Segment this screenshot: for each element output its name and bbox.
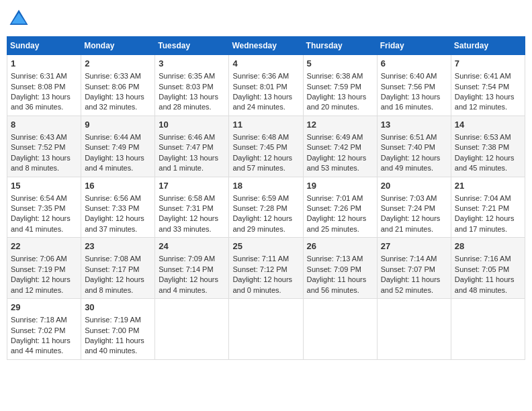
- day-info-line: Sunrise: 7:16 AM: [455, 254, 521, 264]
- calendar-cell: 18Sunrise: 6:59 AMSunset: 7:28 PMDayligh…: [229, 177, 303, 238]
- day-info-line: Sunrise: 6:43 AM: [11, 132, 77, 142]
- day-info-line: Sunset: 7:24 PM: [381, 203, 447, 214]
- day-info-line: Daylight: 12 hours: [85, 275, 151, 285]
- calendar-week-row: 1Sunrise: 6:31 AMSunset: 8:08 PMDaylight…: [7, 55, 525, 116]
- day-info-line: and 20 minutes.: [307, 102, 373, 112]
- calendar-cell: [303, 299, 377, 360]
- day-info-line: and 41 minutes.: [11, 224, 77, 234]
- day-info-line: Sunrise: 7:19 AM: [85, 315, 151, 325]
- day-number: 13: [381, 119, 447, 131]
- day-info-line: Sunset: 7:35 PM: [11, 203, 77, 214]
- day-info-line: and 33 minutes.: [159, 224, 225, 234]
- day-number: 4: [232, 58, 299, 70]
- calendar-table: SundayMondayTuesdayWednesdayThursdayFrid…: [7, 36, 525, 360]
- calendar-cell: 14Sunrise: 6:53 AMSunset: 7:38 PMDayligh…: [451, 116, 525, 177]
- day-info-line: Daylight: 13 hours: [11, 92, 77, 102]
- day-info-line: Sunrise: 7:03 AM: [381, 193, 447, 203]
- calendar-week-row: 29Sunrise: 7:18 AMSunset: 7:02 PMDayligh…: [7, 299, 525, 360]
- calendar-cell: 1Sunrise: 6:31 AMSunset: 8:08 PMDaylight…: [7, 55, 81, 116]
- day-info-line: Sunrise: 7:13 AM: [307, 254, 373, 264]
- day-number: 15: [11, 180, 77, 192]
- day-info-line: Sunrise: 6:40 AM: [381, 71, 447, 81]
- day-info-line: Daylight: 12 hours: [307, 214, 373, 224]
- day-info-line: Daylight: 11 hours: [455, 275, 521, 285]
- day-number: 2: [85, 58, 151, 70]
- day-info-line: Sunrise: 6:33 AM: [85, 71, 151, 81]
- day-info-line: Daylight: 12 hours: [11, 214, 77, 224]
- day-of-week-header: Tuesday: [155, 37, 229, 55]
- calendar-header-row: SundayMondayTuesdayWednesdayThursdayFrid…: [7, 37, 525, 55]
- day-info-line: Sunset: 7:12 PM: [232, 265, 299, 275]
- day-info-line: and 4 minutes.: [159, 285, 225, 295]
- calendar-cell: 28Sunrise: 7:16 AMSunset: 7:05 PMDayligh…: [451, 238, 525, 299]
- day-info-line: Sunset: 7:56 PM: [381, 82, 447, 92]
- day-info-line: Daylight: 12 hours: [381, 153, 447, 163]
- day-of-week-header: Sunday: [7, 37, 81, 55]
- day-info-line: Daylight: 12 hours: [85, 214, 151, 224]
- day-info-line: Sunrise: 7:11 AM: [232, 254, 299, 264]
- day-info-line: Sunrise: 7:14 AM: [381, 254, 447, 264]
- day-number: 1: [11, 58, 77, 70]
- day-number: 10: [159, 119, 225, 131]
- calendar-cell: 25Sunrise: 7:11 AMSunset: 7:12 PMDayligh…: [229, 238, 303, 299]
- calendar-cell: 7Sunrise: 6:41 AMSunset: 7:54 PMDaylight…: [451, 55, 525, 116]
- day-info-line: and 56 minutes.: [307, 285, 373, 295]
- day-info-line: Sunrise: 6:54 AM: [11, 193, 77, 203]
- calendar-cell: 19Sunrise: 7:01 AMSunset: 7:26 PMDayligh…: [303, 177, 377, 238]
- day-info-line: Sunrise: 6:38 AM: [307, 71, 373, 81]
- day-info-line: Sunrise: 7:08 AM: [85, 254, 151, 264]
- day-number: 29: [11, 302, 77, 314]
- day-number: 9: [85, 119, 151, 131]
- day-number: 5: [307, 58, 373, 70]
- day-number: 12: [307, 119, 373, 131]
- day-info-line: Sunset: 7:59 PM: [307, 82, 373, 92]
- calendar-cell: [229, 299, 303, 360]
- day-number: 23: [85, 240, 151, 253]
- day-info-line: Sunset: 7:33 PM: [85, 203, 151, 214]
- day-info-line: Sunrise: 7:06 AM: [11, 254, 77, 264]
- calendar-week-row: 22Sunrise: 7:06 AMSunset: 7:19 PMDayligh…: [7, 238, 525, 299]
- day-info-line: Daylight: 13 hours: [11, 153, 77, 163]
- day-info-line: Sunset: 7:19 PM: [11, 265, 77, 275]
- day-info-line: Sunset: 7:28 PM: [232, 203, 299, 214]
- day-number: 14: [455, 119, 521, 131]
- day-number: 3: [159, 58, 225, 70]
- day-info-line: Sunset: 7:45 PM: [232, 142, 299, 152]
- day-info-line: Sunrise: 7:09 AM: [159, 254, 225, 264]
- day-number: 6: [381, 58, 447, 70]
- day-info-line: Sunset: 7:02 PM: [11, 326, 77, 336]
- day-info-line: Sunrise: 6:31 AM: [11, 71, 77, 81]
- calendar-cell: [155, 299, 229, 360]
- calendar-cell: 11Sunrise: 6:48 AMSunset: 7:45 PMDayligh…: [229, 116, 303, 177]
- day-info-line: and 37 minutes.: [85, 224, 151, 234]
- calendar-week-row: 8Sunrise: 6:43 AMSunset: 7:52 PMDaylight…: [7, 116, 525, 177]
- day-info-line: and 8 minutes.: [11, 163, 77, 173]
- day-info-line: and 45 minutes.: [455, 163, 521, 173]
- day-info-line: and 44 minutes.: [11, 346, 77, 356]
- calendar-cell: 26Sunrise: 7:13 AMSunset: 7:09 PMDayligh…: [303, 238, 377, 299]
- calendar-cell: [377, 299, 451, 360]
- day-info-line: and 4 minutes.: [85, 163, 151, 173]
- day-info-line: Daylight: 12 hours: [232, 214, 299, 224]
- calendar-cell: 2Sunrise: 6:33 AMSunset: 8:06 PMDaylight…: [81, 55, 155, 116]
- logo: [7, 7, 34, 31]
- day-info-line: Daylight: 11 hours: [381, 275, 447, 285]
- day-info-line: and 25 minutes.: [307, 224, 373, 234]
- day-info-line: Sunset: 7:00 PM: [85, 326, 151, 336]
- page-header: [7, 7, 525, 31]
- day-number: 25: [232, 240, 299, 253]
- day-info-line: Sunset: 8:08 PM: [11, 82, 77, 92]
- day-info-line: Sunset: 7:31 PM: [159, 203, 225, 214]
- day-number: 19: [307, 180, 373, 192]
- day-info-line: Sunset: 7:40 PM: [381, 142, 447, 152]
- logo-icon: [7, 7, 31, 31]
- calendar-cell: 5Sunrise: 6:38 AMSunset: 7:59 PMDaylight…: [303, 55, 377, 116]
- day-info-line: and 57 minutes.: [232, 163, 299, 173]
- day-info-line: Daylight: 12 hours: [159, 275, 225, 285]
- calendar-cell: 3Sunrise: 6:35 AMSunset: 8:03 PMDaylight…: [155, 55, 229, 116]
- calendar-cell: 23Sunrise: 7:08 AMSunset: 7:17 PMDayligh…: [81, 238, 155, 299]
- day-info-line: Daylight: 13 hours: [159, 153, 225, 163]
- day-info-line: Daylight: 13 hours: [232, 92, 299, 102]
- day-number: 20: [381, 180, 447, 192]
- day-of-week-header: Monday: [81, 37, 155, 55]
